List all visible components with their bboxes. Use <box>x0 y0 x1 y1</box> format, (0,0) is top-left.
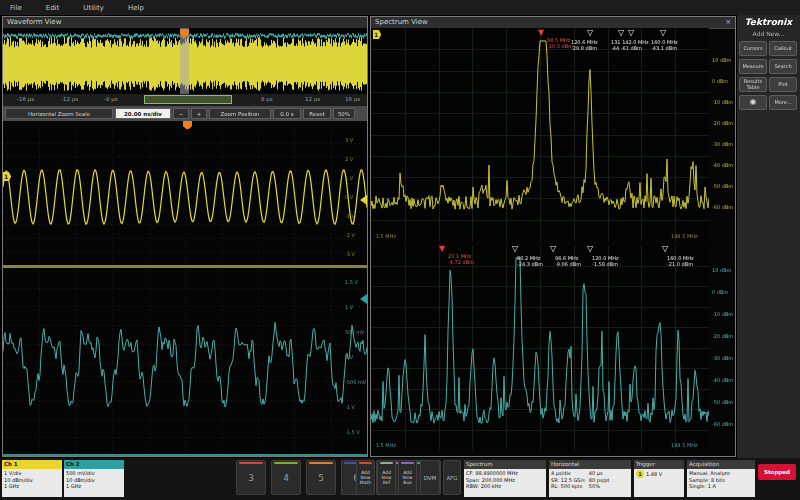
peak-marker[interactable]: ▽ <box>618 29 624 37</box>
measure-button[interactable]: Measure <box>739 59 767 74</box>
button-color-stripe <box>401 462 414 464</box>
panel-bottom-accent <box>3 454 367 456</box>
ch1-badge-title: Ch 1 <box>2 460 62 469</box>
ch2-axis-label: 0 V <box>345 354 353 360</box>
menu-help[interactable]: Help <box>128 4 144 12</box>
zoom-toolbar: Horizontal Zoom Scale 20.00 ns/div − + Z… <box>3 106 367 121</box>
tektronix-logo: Tektronix <box>737 17 800 27</box>
spectrum-badge[interactable]: Spectrum CF: 98.4900000 MHzSpan: 200.000… <box>464 460 546 497</box>
zoom-out-button[interactable]: − <box>173 108 189 119</box>
db-axis-label: -20 dBm <box>712 120 733 126</box>
peak-marker[interactable]: ▽ <box>550 245 556 253</box>
channel-color-stripe <box>239 462 263 464</box>
add-new-ref-button[interactable]: AddNewRef <box>377 460 396 495</box>
peak-marker-label: 80.2 MHz-24.3 dBm <box>517 255 543 268</box>
add-new-math-button[interactable]: AddNewMath <box>356 460 375 495</box>
zoom-in-button[interactable]: + <box>191 108 207 119</box>
peak-marker[interactable]: ▽ <box>587 245 593 253</box>
spectrum-bottom-x-left: -1.5 MHz <box>374 442 396 448</box>
cursors-button[interactable]: Cursors <box>739 41 767 56</box>
close-icon[interactable]: × <box>725 17 731 28</box>
zoom-region-box[interactable] <box>144 95 232 104</box>
zoom-scale-value-button[interactable]: 20.00 ns/div <box>115 108 171 119</box>
ch2-badge[interactable]: Ch 2 500 mV/div10 dBm/div1 GHz <box>64 460 124 497</box>
ch1-badge[interactable]: Ch 1 1 V/div10 dBm/div1 GHz <box>2 460 62 497</box>
menu-utility[interactable]: Utility <box>83 4 104 12</box>
overview-time-label: 8 µs <box>261 96 273 102</box>
button-color-stripe <box>359 462 372 464</box>
acquisition-badge-title: Acquisition <box>687 460 755 469</box>
acquisition-badge-body: Manual, AnalyzeSample: 8 bitsSingle: 1 A <box>687 469 755 497</box>
horizontal-badge[interactable]: Horizontal 4 µs/divSR: 12.5 GS/sRL: 500 … <box>549 460 631 497</box>
ch2-waveform-trace <box>3 269 367 456</box>
peak-marker[interactable]: ▽ <box>587 29 593 37</box>
spectrum-bottom-x-right: 198.5 MHz <box>671 442 698 448</box>
ch2-axis-label: -1.5 V <box>345 429 360 435</box>
ch1-badge-body: 1 V/div10 dBm/div1 GHz <box>2 469 62 497</box>
trigger-level-value: 1.48 V <box>646 471 662 477</box>
zoom-reset-button[interactable]: Reset <box>303 108 331 119</box>
camera-button[interactable]: ◉ <box>739 95 767 110</box>
peak-marker[interactable]: ▽ <box>628 29 634 37</box>
channel-color-stripe <box>309 462 333 464</box>
add-new-bus-button[interactable]: AddNewBus <box>398 460 417 495</box>
spectrum-top-trace <box>371 28 709 241</box>
overview-time-label: 16 µs <box>345 96 360 102</box>
db-axis-label: 0 dBm <box>712 289 728 295</box>
ch1-axis-label: 1 V <box>345 175 353 181</box>
db-axis-label: -50 dBm <box>712 183 733 189</box>
ch1-axis-label: 2 V <box>345 156 353 162</box>
db-axis-label: 10 dBm <box>712 267 731 273</box>
channel-4-button[interactable]: 4 <box>271 460 301 495</box>
trigger-badge-title: Trigger <box>634 460 684 469</box>
overview-time-label: -12 µs <box>61 96 78 102</box>
stopped-button[interactable]: Stopped <box>758 464 796 480</box>
overview-time-label: -16 µs <box>17 96 34 102</box>
red-marker-label: 20.1 MHz-4.72 dBm <box>448 253 474 266</box>
plot-button[interactable]: Plot <box>769 77 797 92</box>
oscilloscope-app: FileEditUtilityHelp Waveform View -16 µs… <box>0 0 800 500</box>
zoom-percent-button[interactable]: 50% <box>333 108 355 119</box>
peak-marker[interactable]: ▽ <box>660 29 666 37</box>
badge-line: Single: 1 A <box>689 483 753 490</box>
spectrum-badge-body: CF: 98.4900000 MHzSpan: 200.000 MHzRBW: … <box>464 469 546 497</box>
spectrum-view-panel: Spectrum View × 1 ▼98.5 MHz-10.3 dBm▽▽▽▽… <box>370 16 736 457</box>
db-axis-label: -60 dBm <box>712 204 733 210</box>
peak-marker-label: 160.0 MHz-43.1 dBm <box>651 39 678 52</box>
badge-line: 1 GHz <box>4 483 60 490</box>
ch2-axis-label: 1 V <box>345 304 353 310</box>
db-axis-label: -40 dBm <box>712 377 733 383</box>
ch2-badge-body: 500 mV/div10 dBm/div1 GHz <box>64 469 124 497</box>
horizontal-col2: 40 µs80 ps/pt50% <box>589 470 610 496</box>
badge-line: 1 GHz <box>66 483 122 490</box>
peak-marker-label: 96.6 MHz-9.06 dBm <box>555 255 581 268</box>
results-table-button[interactable]: Results Table <box>739 77 767 92</box>
overview-time-label: 12 µs <box>305 96 320 102</box>
red-reference-marker[interactable]: ▼ <box>439 245 445 253</box>
db-axis-label: -10 dBm <box>712 99 733 105</box>
trigger-badge[interactable]: Trigger 11.48 V <box>634 460 684 497</box>
channel-5-button[interactable]: 5 <box>306 460 336 495</box>
more-button[interactable]: More... <box>769 95 797 110</box>
slice-divider <box>3 265 367 268</box>
peak-marker[interactable]: ▽ <box>662 245 668 253</box>
acquisition-badge[interactable]: Acquisition Manual, AnalyzeSample: 8 bit… <box>687 460 755 497</box>
menu-bar: FileEditUtilityHelp <box>0 0 800 15</box>
trigger-source-icon: 1 <box>636 470 644 478</box>
peak-marker[interactable]: ▽ <box>512 245 518 253</box>
zoom-position-value-button[interactable]: 0.0 s <box>273 108 301 119</box>
peak-marker-label: 160.0 MHz-21.0 dBm <box>667 255 694 268</box>
dvm-button[interactable]: DVM <box>420 460 440 495</box>
afg-button[interactable]: AFG <box>443 460 461 495</box>
peak-marker-label: 120.0 MHz-1.58 dBm <box>592 255 619 268</box>
horizontal-zoom-scale-label: Horizontal Zoom Scale <box>5 108 113 119</box>
channel-3-button[interactable]: 3 <box>236 460 266 495</box>
add-new-label: Add New... <box>737 30 800 37</box>
menu-file[interactable]: File <box>10 4 22 12</box>
menu-edit[interactable]: Edit <box>46 4 60 12</box>
callout-button[interactable]: Callout <box>769 41 797 56</box>
camera-icon: ◉ <box>750 98 757 107</box>
search-button[interactable]: Search <box>769 59 797 74</box>
red-reference-marker[interactable]: ▼ <box>538 29 544 37</box>
waveform-overview-trace[interactable] <box>3 28 367 94</box>
